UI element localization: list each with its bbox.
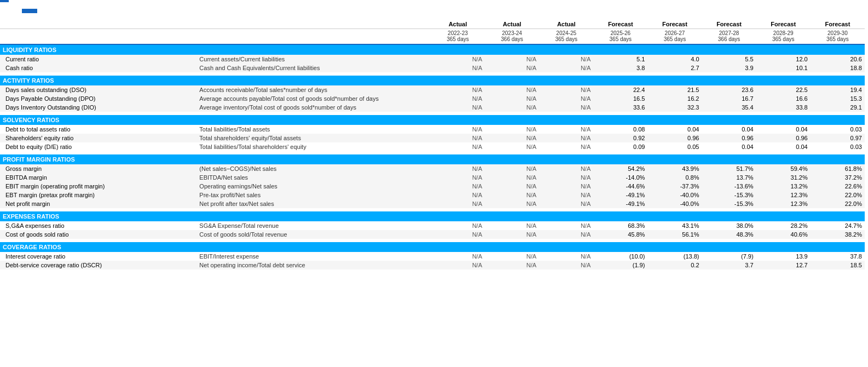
table-row: Current ratioCurrent assets/Current liab… bbox=[0, 55, 865, 64]
table-row: Debt to total assets ratioTotal liabilit… bbox=[0, 125, 865, 134]
table-row: Cost of goods sold ratioCost of goods so… bbox=[0, 230, 865, 239]
section-title-box bbox=[22, 9, 37, 13]
category-5: COVERAGE RATIOS bbox=[0, 242, 865, 252]
col-header-actual-2324: Actual bbox=[485, 20, 539, 29]
column-period-row: 2022-23365 days 2023-24366 days 2024-253… bbox=[0, 29, 865, 45]
col-header-forecast-2829: Forecast bbox=[756, 20, 811, 29]
column-header-row: Actual Actual Actual Forecast Forecast F… bbox=[0, 20, 865, 29]
category-1: ACTIVITY RATIOS bbox=[0, 76, 865, 85]
table-row: S,G&A expenses ratioSG&A Expense/Total r… bbox=[0, 221, 865, 230]
col-period-2425: 2024-25365 days bbox=[539, 29, 593, 45]
col-period-2223: 2022-23365 days bbox=[431, 29, 485, 45]
col-header-forecast-2930: Forecast bbox=[811, 20, 865, 29]
col-header-forecast-2728: Forecast bbox=[702, 20, 756, 29]
table-row: Cash ratioCash and Cash Equivalents/Curr… bbox=[0, 64, 865, 72]
col-period-2930: 2029-30365 days bbox=[811, 29, 865, 45]
table-row: EBT margin (pretax profit margin)Pre-tax… bbox=[0, 191, 865, 199]
category-3: PROFIT MARGIN RATIOS bbox=[0, 154, 865, 164]
col-header-forecast-2627: Forecast bbox=[647, 20, 702, 29]
category-0: LIQUIDITY RATIOS bbox=[0, 44, 865, 55]
table-row: Shareholders' equity ratioTotal sharehol… bbox=[0, 134, 865, 142]
category-2: SOLVENCY RATIOS bbox=[0, 115, 865, 125]
col-period-2324: 2023-24366 days bbox=[485, 29, 539, 45]
col-period-2829: 2028-29365 days bbox=[756, 29, 811, 45]
table-row: Days sales outstanding (DSO)Accounts rec… bbox=[0, 85, 865, 94]
col-header-actual-2425: Actual bbox=[539, 20, 593, 29]
table-row: Days Payable Outstanding (DPO)Average ac… bbox=[0, 94, 865, 103]
col-period-2526: 2025-26365 days bbox=[593, 29, 647, 45]
table-row: EBITDA marginEBITDA/Net salesN/AN/AN/A-1… bbox=[0, 173, 865, 182]
table-row: Gross margin(Net sales−COGS)/Net salesN/… bbox=[0, 164, 865, 173]
category-4: EXPENSES RATIOS bbox=[0, 211, 865, 221]
table-row: Debt-service coverage ratio (DSCR)Net op… bbox=[0, 261, 865, 269]
col-period-2627: 2026-27365 days bbox=[647, 29, 702, 45]
table-row: EBIT margin (operating profit margin)Ope… bbox=[0, 182, 865, 191]
table-row: Net profit marginNet profit after tax/Ne… bbox=[0, 199, 865, 208]
col-header-forecast-2526: Forecast bbox=[593, 20, 647, 29]
col-period-2728: 2027-28366 days bbox=[702, 29, 756, 45]
index-tab[interactable] bbox=[0, 0, 9, 2]
table-row: Days Inventory Outstanding (DIO)Average … bbox=[0, 103, 865, 112]
col-header-actual-2223: Actual bbox=[431, 20, 485, 29]
table-row: Debt to equity (D/E) ratioTotal liabilit… bbox=[0, 142, 865, 151]
table-row: Interest coverage ratioEBIT/Interest exp… bbox=[0, 252, 865, 261]
